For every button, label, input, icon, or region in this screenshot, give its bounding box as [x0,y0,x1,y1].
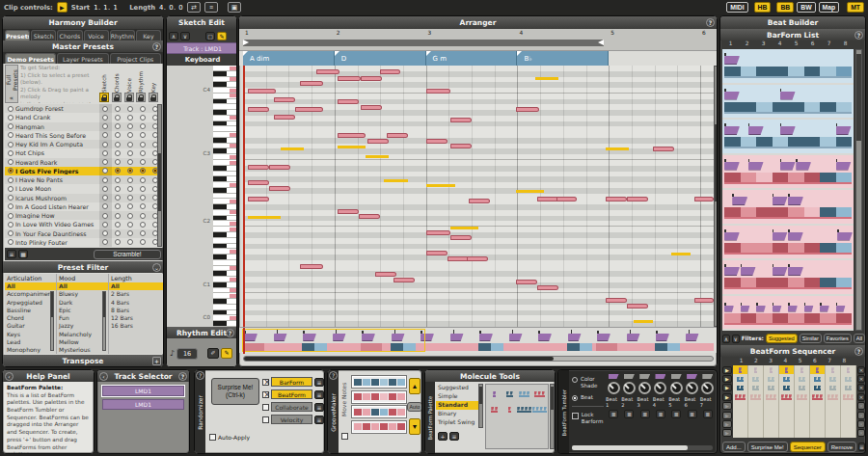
layer-radio[interactable] [140,186,146,192]
layer-radio[interactable] [115,203,121,209]
beatform-trapezoid[interactable] [788,197,803,205]
row-delete-button[interactable]: × [857,420,865,428]
layer-radio[interactable] [140,168,146,174]
filter-item[interactable]: Accompaniment [5,290,56,298]
tab-voice[interactable]: Voice [84,30,109,40]
note[interactable] [248,89,276,94]
preset-radio[interactable] [8,123,14,129]
filter-item[interactable]: 12 Bars [109,314,163,322]
layer-radio[interactable] [127,239,133,245]
sequencer-cell[interactable] [795,419,810,428]
view-button-bw[interactable]: BW [797,2,815,13]
tumbler-option[interactable]: Beat [572,394,604,401]
layer-radio[interactable] [115,159,121,165]
preset-row[interactable]: I Love Moon [5,184,161,193]
layer-radio[interactable] [115,177,121,183]
filter-item[interactable]: Lead [5,338,56,346]
track-item[interactable]: LMD1 [102,399,184,410]
expand-icon[interactable]: + [152,357,161,365]
beat-knob[interactable] [654,382,666,394]
beat-option-button[interactable]: ≣ [688,410,697,418]
sequencer-cell[interactable] [733,384,748,392]
beat-option-button[interactable]: ≣ [703,410,713,418]
sequencer-cell[interactable] [826,384,841,392]
filter-item[interactable]: All [109,282,163,290]
playhead[interactable] [243,66,245,327]
row-play-button[interactable]: ▶ [722,366,732,374]
note[interactable] [300,81,323,86]
preset-row[interactable]: Into Plinky Fouter [5,238,161,247]
move-up-button[interactable]: ▲ [409,378,420,394]
layer-radio[interactable] [127,159,133,165]
beatform-trapezoid[interactable] [509,334,523,341]
note[interactable] [467,256,488,261]
note[interactable] [537,197,558,201]
note[interactable] [274,115,295,120]
layer-radio[interactable] [102,115,108,121]
layer-radio[interactable] [102,222,108,228]
rhythm-draw-tool-icon[interactable]: ✎ [221,348,232,359]
layer-radio[interactable] [102,142,108,148]
layer-radio[interactable] [127,123,133,129]
note[interactable] [316,69,339,74]
layer-radio[interactable] [127,115,133,121]
sequencer-cell[interactable] [733,374,748,383]
option-label[interactable]: Collaborate [271,402,312,412]
layer-radio[interactable] [115,186,121,192]
beat-option-button[interactable]: ≣ [609,410,618,418]
sequencer-cell[interactable] [748,402,764,411]
beatform-trapezoid[interactable] [820,306,829,312]
sequencer-cell[interactable] [764,365,779,374]
tab-sketch[interactable]: Sketch [31,30,56,40]
beatform-trapezoid[interactable] [479,334,493,341]
row-play-button[interactable]: ▶ [722,412,732,419]
back-icon[interactable]: ‹ [99,372,108,381]
beatform-trapezoid[interactable] [836,162,852,171]
beatform-trapezoid[interactable] [732,197,747,205]
melody-highlight[interactable] [338,146,366,148]
help-icon[interactable]: ? [178,372,187,381]
beat-option-button[interactable]: ≣ [624,410,634,418]
layer-radio[interactable] [102,186,108,192]
note[interactable] [516,107,539,112]
filter-scrollbar[interactable] [50,291,54,351]
layer-radio[interactable] [115,132,121,138]
sequencer-cell[interactable] [795,384,810,392]
layer-radio[interactable] [115,115,121,121]
sequencer-cell[interactable] [795,365,810,374]
row-delete-button[interactable]: × [857,366,865,374]
melody-highlight[interactable] [535,77,558,80]
chord-region[interactable]: B♭ [517,51,609,66]
note[interactable] [653,147,674,151]
layer-radio[interactable] [115,195,121,201]
row-delete-button[interactable]: × [857,375,865,383]
preset-radio[interactable] [8,115,14,121]
layer-radio[interactable] [140,213,146,219]
note[interactable] [694,197,714,201]
note[interactable] [269,186,290,191]
lock-icon[interactable] [149,93,158,102]
barform-row[interactable] [722,296,854,330]
filter-button-all[interactable]: All [854,334,865,343]
seq-button-sequencer[interactable]: Sequencer [790,442,826,452]
note[interactable] [269,165,290,170]
sequencer-cell[interactable] [733,365,748,374]
loop-icon[interactable]: ⇄ [187,2,201,13]
roll-scrollbar[interactable] [714,66,718,327]
beat-option-button[interactable]: ≣ [671,410,681,418]
note[interactable] [627,304,648,308]
filter-item[interactable]: Monophony [5,346,56,354]
sequencer-cell[interactable] [841,402,856,411]
note[interactable] [556,197,578,201]
option-checkbox[interactable] [262,379,269,386]
layer-radio[interactable] [140,142,146,148]
note[interactable] [375,272,396,277]
groove-strip[interactable] [352,391,406,403]
palette-item[interactable]: Simple [436,392,478,401]
layer-radio[interactable] [127,213,133,219]
barform-row[interactable] [722,120,854,153]
arranger-hscroll[interactable] [243,356,714,362]
sequencer-cell[interactable] [764,374,779,383]
help-icon[interactable]: ? [706,18,715,27]
note[interactable] [426,251,448,255]
